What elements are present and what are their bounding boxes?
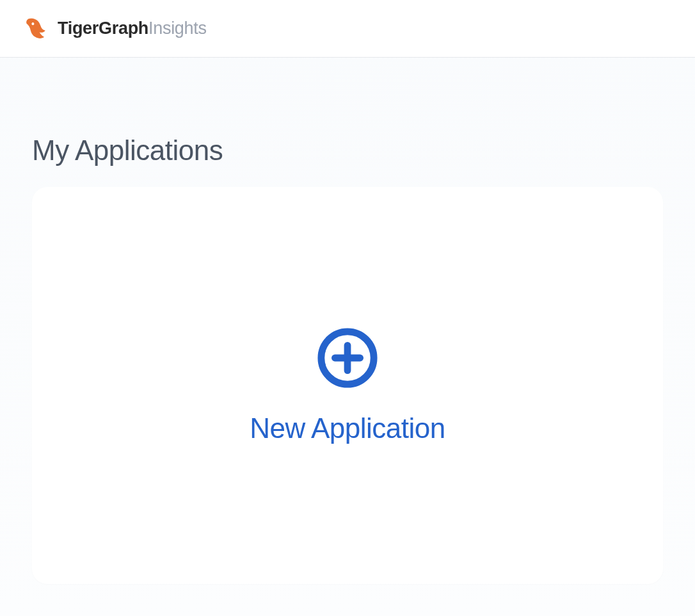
brand-secondary: Insights — [148, 19, 207, 38]
brand-primary: TigerGraph — [58, 19, 148, 38]
plus-circle-icon — [316, 327, 379, 389]
brand-logo[interactable]: TigerGraphInsights — [23, 15, 207, 43]
main-content: My Applications New Application — [0, 58, 695, 610]
new-application-card[interactable]: New Application — [32, 187, 663, 584]
tiger-icon — [23, 15, 51, 43]
brand-name: TigerGraphInsights — [58, 19, 207, 38]
header: TigerGraphInsights — [0, 0, 695, 58]
new-application-label: New Application — [250, 412, 445, 444]
page-title: My Applications — [32, 134, 663, 166]
